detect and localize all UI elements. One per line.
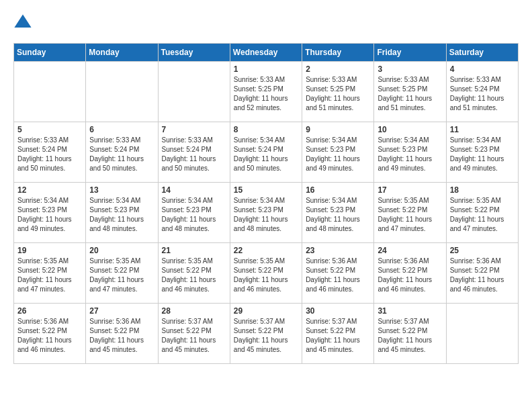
calendar-cell: 30Sunrise: 5:37 AMSunset: 5:22 PMDayligh… bbox=[302, 304, 374, 364]
week-row: 1Sunrise: 5:33 AMSunset: 5:25 PMDaylight… bbox=[14, 62, 519, 122]
week-row: 5Sunrise: 5:33 AMSunset: 5:24 PMDaylight… bbox=[14, 122, 519, 183]
day-number: 10 bbox=[378, 125, 442, 134]
day-info: Sunrise: 5:35 AMSunset: 5:22 PMDaylight:… bbox=[17, 257, 82, 294]
svg-marker-0 bbox=[14, 14, 31, 28]
day-info: Sunrise: 5:33 AMSunset: 5:25 PMDaylight:… bbox=[234, 75, 298, 113]
calendar-cell: 9Sunrise: 5:34 AMSunset: 5:23 PMDaylight… bbox=[302, 122, 374, 183]
day-info: Sunrise: 5:34 AMSunset: 5:23 PMDaylight:… bbox=[306, 196, 370, 234]
day-info: Sunrise: 5:33 AMSunset: 5:25 PMDaylight:… bbox=[306, 75, 370, 113]
day-number: 11 bbox=[450, 125, 515, 134]
calendar-cell: 1Sunrise: 5:33 AMSunset: 5:25 PMDaylight… bbox=[230, 62, 302, 122]
calendar-cell: 13Sunrise: 5:34 AMSunset: 5:23 PMDayligh… bbox=[86, 183, 158, 243]
calendar-cell: 12Sunrise: 5:34 AMSunset: 5:23 PMDayligh… bbox=[14, 183, 86, 243]
week-row: 12Sunrise: 5:34 AMSunset: 5:23 PMDayligh… bbox=[14, 183, 519, 243]
day-info: Sunrise: 5:37 AMSunset: 5:22 PMDaylight:… bbox=[306, 317, 370, 355]
calendar-cell bbox=[446, 304, 518, 364]
col-header-sunday: Sunday bbox=[14, 44, 86, 62]
calendar-cell bbox=[14, 62, 86, 122]
day-info: Sunrise: 5:35 AMSunset: 5:22 PMDaylight:… bbox=[378, 196, 442, 234]
day-number: 1 bbox=[234, 64, 298, 74]
calendar-cell bbox=[158, 62, 230, 122]
calendar-cell: 8Sunrise: 5:34 AMSunset: 5:24 PMDaylight… bbox=[230, 122, 302, 183]
day-number: 22 bbox=[234, 246, 298, 255]
day-number: 21 bbox=[162, 246, 226, 255]
calendar-cell: 2Sunrise: 5:33 AMSunset: 5:25 PMDaylight… bbox=[302, 62, 374, 122]
day-number: 8 bbox=[234, 125, 298, 134]
day-number: 27 bbox=[89, 306, 154, 316]
day-number: 12 bbox=[17, 185, 82, 195]
day-info: Sunrise: 5:34 AMSunset: 5:23 PMDaylight:… bbox=[89, 196, 154, 234]
day-number: 25 bbox=[450, 246, 515, 255]
col-header-tuesday: Tuesday bbox=[158, 44, 230, 62]
day-info: Sunrise: 5:35 AMSunset: 5:22 PMDaylight:… bbox=[450, 196, 515, 234]
day-info: Sunrise: 5:36 AMSunset: 5:22 PMDaylight:… bbox=[378, 257, 442, 294]
day-number: 17 bbox=[378, 185, 442, 195]
day-number: 4 bbox=[450, 64, 515, 74]
day-info: Sunrise: 5:37 AMSunset: 5:22 PMDaylight:… bbox=[162, 317, 226, 355]
calendar-table: SundayMondayTuesdayWednesdayThursdayFrid… bbox=[13, 43, 519, 364]
calendar-cell: 28Sunrise: 5:37 AMSunset: 5:22 PMDayligh… bbox=[158, 304, 230, 364]
logo-icon bbox=[13, 13, 32, 32]
day-number: 19 bbox=[17, 246, 82, 255]
calendar-cell: 24Sunrise: 5:36 AMSunset: 5:22 PMDayligh… bbox=[374, 243, 446, 304]
day-number: 14 bbox=[162, 185, 226, 195]
calendar-cell: 14Sunrise: 5:34 AMSunset: 5:23 PMDayligh… bbox=[158, 183, 230, 243]
header-row: SundayMondayTuesdayWednesdayThursdayFrid… bbox=[14, 44, 519, 62]
calendar-cell: 20Sunrise: 5:35 AMSunset: 5:22 PMDayligh… bbox=[86, 243, 158, 304]
day-number: 18 bbox=[450, 185, 515, 195]
calendar-cell: 7Sunrise: 5:33 AMSunset: 5:24 PMDaylight… bbox=[158, 122, 230, 183]
calendar-cell: 15Sunrise: 5:34 AMSunset: 5:23 PMDayligh… bbox=[230, 183, 302, 243]
day-info: Sunrise: 5:33 AMSunset: 5:24 PMDaylight:… bbox=[89, 136, 154, 173]
day-info: Sunrise: 5:36 AMSunset: 5:22 PMDaylight:… bbox=[17, 317, 82, 355]
day-number: 30 bbox=[306, 306, 370, 316]
day-number: 5 bbox=[17, 125, 82, 134]
day-number: 16 bbox=[306, 185, 370, 195]
calendar-cell: 21Sunrise: 5:35 AMSunset: 5:22 PMDayligh… bbox=[158, 243, 230, 304]
day-number: 26 bbox=[17, 306, 82, 316]
day-info: Sunrise: 5:34 AMSunset: 5:23 PMDaylight:… bbox=[450, 136, 515, 173]
calendar-cell: 16Sunrise: 5:34 AMSunset: 5:23 PMDayligh… bbox=[302, 183, 374, 243]
calendar-cell: 26Sunrise: 5:36 AMSunset: 5:22 PMDayligh… bbox=[14, 304, 86, 364]
logo bbox=[13, 13, 35, 32]
calendar-cell: 11Sunrise: 5:34 AMSunset: 5:23 PMDayligh… bbox=[446, 122, 518, 183]
calendar-cell: 5Sunrise: 5:33 AMSunset: 5:24 PMDaylight… bbox=[14, 122, 86, 183]
calendar-cell bbox=[86, 62, 158, 122]
col-header-saturday: Saturday bbox=[446, 44, 518, 62]
day-number: 6 bbox=[89, 125, 154, 134]
calendar-cell: 23Sunrise: 5:36 AMSunset: 5:22 PMDayligh… bbox=[302, 243, 374, 304]
day-info: Sunrise: 5:37 AMSunset: 5:22 PMDaylight:… bbox=[378, 317, 442, 355]
calendar-cell: 29Sunrise: 5:37 AMSunset: 5:22 PMDayligh… bbox=[230, 304, 302, 364]
day-info: Sunrise: 5:33 AMSunset: 5:24 PMDaylight:… bbox=[450, 75, 515, 113]
calendar-cell: 19Sunrise: 5:35 AMSunset: 5:22 PMDayligh… bbox=[14, 243, 86, 304]
day-info: Sunrise: 5:35 AMSunset: 5:22 PMDaylight:… bbox=[162, 257, 226, 294]
day-info: Sunrise: 5:34 AMSunset: 5:24 PMDaylight:… bbox=[234, 136, 298, 173]
calendar-cell: 22Sunrise: 5:35 AMSunset: 5:22 PMDayligh… bbox=[230, 243, 302, 304]
calendar-cell: 4Sunrise: 5:33 AMSunset: 5:24 PMDaylight… bbox=[446, 62, 518, 122]
calendar-cell: 18Sunrise: 5:35 AMSunset: 5:22 PMDayligh… bbox=[446, 183, 518, 243]
day-info: Sunrise: 5:34 AMSunset: 5:23 PMDaylight:… bbox=[17, 196, 82, 234]
day-info: Sunrise: 5:34 AMSunset: 5:23 PMDaylight:… bbox=[162, 196, 226, 234]
calendar-cell: 25Sunrise: 5:36 AMSunset: 5:22 PMDayligh… bbox=[446, 243, 518, 304]
day-info: Sunrise: 5:34 AMSunset: 5:23 PMDaylight:… bbox=[234, 196, 298, 234]
calendar-cell: 17Sunrise: 5:35 AMSunset: 5:22 PMDayligh… bbox=[374, 183, 446, 243]
col-header-wednesday: Wednesday bbox=[230, 44, 302, 62]
day-number: 24 bbox=[378, 246, 442, 255]
day-number: 28 bbox=[162, 306, 226, 316]
day-info: Sunrise: 5:35 AMSunset: 5:22 PMDaylight:… bbox=[89, 257, 154, 294]
col-header-monday: Monday bbox=[86, 44, 158, 62]
day-number: 15 bbox=[234, 185, 298, 195]
calendar-cell: 6Sunrise: 5:33 AMSunset: 5:24 PMDaylight… bbox=[86, 122, 158, 183]
page-header bbox=[13, 13, 519, 32]
day-info: Sunrise: 5:37 AMSunset: 5:22 PMDaylight:… bbox=[234, 317, 298, 355]
day-info: Sunrise: 5:36 AMSunset: 5:22 PMDaylight:… bbox=[450, 257, 515, 294]
day-info: Sunrise: 5:33 AMSunset: 5:25 PMDaylight:… bbox=[378, 75, 442, 113]
calendar-cell: 27Sunrise: 5:36 AMSunset: 5:22 PMDayligh… bbox=[86, 304, 158, 364]
col-header-friday: Friday bbox=[374, 44, 446, 62]
day-number: 20 bbox=[89, 246, 154, 255]
day-number: 7 bbox=[162, 125, 226, 134]
day-info: Sunrise: 5:33 AMSunset: 5:24 PMDaylight:… bbox=[162, 136, 226, 173]
day-info: Sunrise: 5:33 AMSunset: 5:24 PMDaylight:… bbox=[17, 136, 82, 173]
day-number: 3 bbox=[378, 64, 442, 74]
day-number: 2 bbox=[306, 64, 370, 74]
day-info: Sunrise: 5:36 AMSunset: 5:22 PMDaylight:… bbox=[306, 257, 370, 294]
